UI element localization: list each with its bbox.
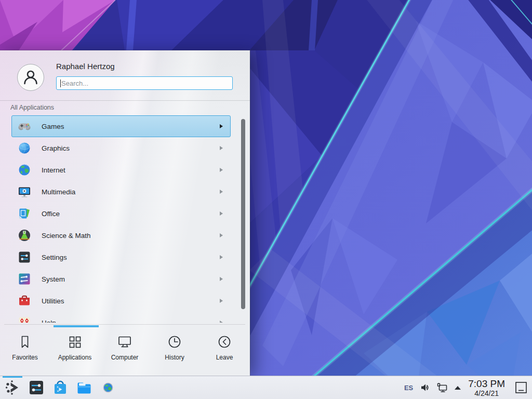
tab-label: Favorites [12, 354, 37, 361]
submenu-arrow-icon [220, 255, 223, 259]
submenu-arrow-icon [220, 146, 223, 150]
submenu-arrow-icon [220, 299, 223, 303]
system-tray: ES 7:03 PM 4/2 [404, 376, 528, 399]
category-row-multimedia[interactable]: Multimedia [11, 181, 231, 203]
user-icon [22, 69, 39, 86]
category-row-help[interactable]: Help [11, 312, 231, 323]
show-desktop-button[interactable] [514, 381, 528, 394]
clock[interactable]: 7:03 PM 4/24/21 [468, 379, 505, 397]
tab-label: Computer [111, 354, 139, 361]
user-name: Raphael Hertzog [56, 62, 115, 71]
launcher-active-indicator [3, 376, 22, 378]
category-label: Games [42, 123, 64, 130]
multimedia-icon [18, 185, 31, 198]
tab-leave[interactable]: Leave [200, 327, 249, 370]
search-placeholder: Search... [61, 79, 88, 87]
help-icon [18, 316, 31, 323]
category-row-graphics[interactable]: Graphics [11, 137, 231, 159]
category-label: Office [42, 210, 60, 218]
desktop: Raphael Hertzog Search... All Applicatio… [0, 0, 532, 399]
category-label: Internet [42, 166, 65, 174]
text-cursor [60, 79, 61, 87]
category-row-internet[interactable]: Internet [11, 159, 231, 181]
submenu-arrow-icon [220, 168, 223, 172]
category-row-utilities[interactable]: Utilities [11, 290, 231, 312]
internet-icon [18, 163, 31, 177]
web-browser-icon[interactable] [100, 379, 116, 396]
show-desktop-icon [515, 381, 527, 394]
clock-time: 7:03 PM [468, 379, 505, 389]
tab-applications[interactable]: Applications [50, 327, 100, 370]
launcher-tabbar: Favorites Applications [0, 327, 249, 370]
submenu-arrow-icon [220, 124, 223, 128]
user-avatar[interactable] [17, 64, 44, 91]
applications-icon [67, 334, 83, 350]
office-icon [18, 207, 31, 220]
favorites-icon [17, 334, 33, 350]
taskbar: ES 7:03 PM 4/2 [0, 376, 532, 399]
tab-history[interactable]: History [150, 327, 200, 370]
keyboard-layout-indicator[interactable]: ES [404, 384, 413, 392]
tab-label: Applications [58, 354, 92, 361]
submenu-arrow-icon [220, 277, 223, 281]
volume-icon[interactable] [420, 383, 431, 392]
list-scrollbar[interactable] [241, 119, 245, 309]
file-manager-icon[interactable] [76, 379, 92, 396]
category-label: Science & Math [42, 232, 91, 240]
category-label: Settings [42, 254, 67, 261]
kde-launcher-icon[interactable] [4, 379, 21, 396]
header-divider [0, 100, 250, 101]
games-icon [18, 119, 31, 133]
application-launcher-menu: Raphael Hertzog Search... All Applicatio… [0, 50, 250, 376]
leave-icon [217, 334, 232, 350]
submenu-arrow-icon [220, 321, 223, 323]
system-icon [18, 272, 31, 286]
tabbar-divider [4, 324, 245, 325]
network-icon[interactable] [437, 383, 448, 393]
settings-icon [18, 250, 31, 264]
science-math-icon [18, 229, 31, 242]
category-label: System [42, 275, 65, 283]
tab-favorites[interactable]: Favorites [0, 327, 50, 370]
graphics-icon [18, 141, 31, 155]
category-list: Games Graphics [11, 115, 231, 323]
computer-icon [117, 334, 132, 350]
system-settings-icon[interactable] [28, 379, 45, 396]
category-row-settings[interactable]: Settings [11, 246, 231, 268]
category-label: Graphics [42, 144, 70, 152]
expand-arrow-icon[interactable] [455, 386, 461, 390]
category-row-office[interactable]: Office [11, 203, 231, 224]
category-row-science-math[interactable]: Science & Math [11, 224, 231, 246]
category-label: Utilities [42, 297, 64, 305]
search-input[interactable]: Search... [56, 76, 233, 90]
utilities-icon [18, 294, 31, 308]
tab-label: Leave [216, 354, 233, 361]
category-label: Multimedia [42, 188, 75, 196]
submenu-arrow-icon [220, 211, 223, 216]
clock-date: 4/24/21 [468, 390, 505, 397]
submenu-arrow-icon [220, 233, 223, 237]
taskbar-launchers [4, 379, 116, 396]
category-label: Help [42, 319, 56, 323]
submenu-arrow-icon [220, 190, 223, 194]
category-row-games[interactable]: Games [11, 115, 231, 137]
tab-computer[interactable]: Computer [100, 327, 150, 370]
history-icon [167, 334, 182, 350]
tab-label: History [165, 354, 184, 361]
discover-icon[interactable] [52, 379, 69, 396]
section-label: All Applications [10, 104, 54, 111]
category-row-system[interactable]: System [11, 268, 231, 290]
